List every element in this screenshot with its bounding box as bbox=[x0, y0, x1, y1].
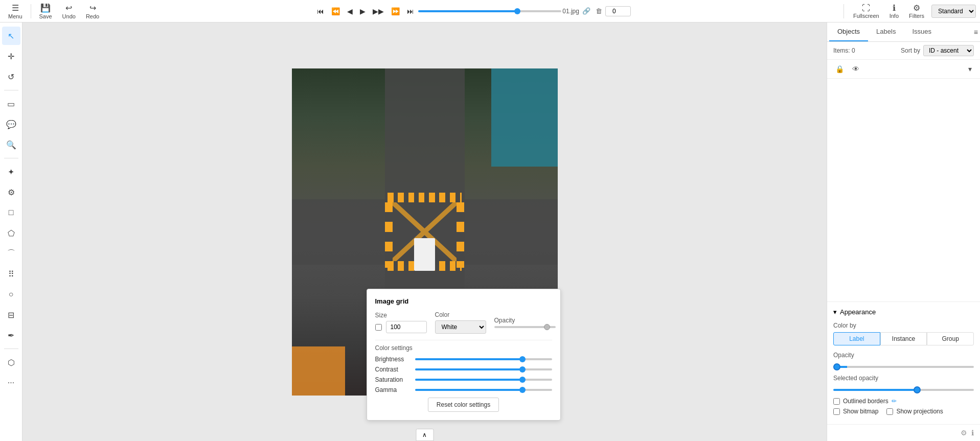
tab-labels[interactable]: Labels bbox=[868, 22, 904, 41]
size-checkbox[interactable] bbox=[375, 324, 382, 331]
color-by-label-btn[interactable]: Label bbox=[833, 332, 880, 345]
contrast-row: Contrast bbox=[375, 366, 552, 373]
menu-icon: ☰ bbox=[12, 3, 19, 13]
tool-separator-3 bbox=[4, 349, 18, 349]
pentagon-tool[interactable]: ⬠ bbox=[2, 224, 20, 242]
outlined-borders-checkbox[interactable] bbox=[833, 398, 840, 405]
appearance-header[interactable]: ▾ Appearance bbox=[833, 308, 974, 316]
brightness-slider[interactable] bbox=[415, 358, 552, 360]
redo-button[interactable]: ↪ Redo bbox=[82, 1, 103, 21]
opacity-range-slider[interactable] bbox=[833, 366, 974, 368]
fullscreen-label: Fullscreen bbox=[853, 13, 879, 19]
filters-label: Filters bbox=[909, 13, 924, 19]
tag-tool[interactable]: ⬡ bbox=[2, 353, 20, 372]
top-toolbar: ☰ Menu 💾 Save ↩ Undo ↪ Redo ⏮ ⏪ ◀ ▶ ▶▶ ⏩… bbox=[0, 0, 980, 22]
opacity-label: Opacity bbox=[494, 317, 556, 324]
prev-frame-button[interactable]: ◀ bbox=[344, 5, 356, 17]
image-grid-dialog: Image grid Size Color White Black Gray bbox=[367, 289, 561, 421]
info-label: Info bbox=[890, 13, 899, 19]
save-icon: 💾 bbox=[40, 3, 51, 13]
next-frame-button[interactable]: ▶▶ bbox=[370, 5, 387, 17]
move-tool[interactable]: ✛ bbox=[2, 47, 20, 65]
frame-input[interactable]: 0 bbox=[605, 6, 631, 16]
reset-color-settings-button[interactable]: Reset color settings bbox=[428, 398, 499, 412]
size-input[interactable] bbox=[386, 321, 427, 333]
undo-button[interactable]: ↩ Undo bbox=[58, 1, 80, 21]
edit-icon[interactable]: ✏ bbox=[892, 398, 897, 405]
menu-label: Menu bbox=[8, 13, 22, 19]
circle-tool[interactable]: ○ bbox=[2, 285, 20, 304]
panel-icons-row: 🔒 👁 ▾ bbox=[827, 60, 980, 79]
dots-tool[interactable]: ⠿ bbox=[2, 265, 20, 283]
bottom-collapse-button[interactable]: ∧ bbox=[416, 429, 434, 441]
sort-select[interactable]: ID - ascent ID - descent Name bbox=[923, 45, 974, 56]
nav-controls: ⏮ ⏪ ◀ ▶ ▶▶ ⏩ ⏭ 01.jpg 🔗 🗑 0 bbox=[105, 5, 839, 17]
tab-objects[interactable]: Objects bbox=[829, 22, 868, 41]
pen-tool[interactable]: ✒ bbox=[2, 326, 20, 344]
saturation-slider[interactable] bbox=[415, 379, 552, 381]
show-projections-checkbox[interactable] bbox=[886, 408, 893, 415]
lock-icon-button[interactable]: 🔒 bbox=[833, 63, 846, 75]
section-divider bbox=[375, 340, 552, 340]
nodes-tool[interactable]: ⚙ bbox=[2, 183, 20, 201]
gamma-label: Gamma bbox=[375, 386, 411, 393]
right-panel: Objects Labels Issues ≡ Items: 0 Sort by… bbox=[827, 22, 980, 441]
timeline-slider[interactable] bbox=[418, 10, 561, 12]
prev-fast-button[interactable]: ⏪ bbox=[328, 5, 343, 17]
color-label: Color bbox=[435, 311, 486, 318]
first-frame-button[interactable]: ⏮ bbox=[314, 5, 327, 17]
show-bitmap-checkbox[interactable] bbox=[833, 408, 840, 415]
play-button[interactable]: ▶ bbox=[357, 5, 369, 17]
last-frame-button[interactable]: ⏭ bbox=[404, 5, 417, 17]
expand-icon-button[interactable]: ▾ bbox=[966, 63, 974, 75]
info-icon: ℹ bbox=[893, 3, 896, 13]
panel-expand-icon[interactable]: ≡ bbox=[974, 22, 978, 41]
save-label: Save bbox=[39, 13, 52, 19]
dialog-title: Image grid bbox=[375, 297, 552, 305]
panel-info-icon[interactable]: ℹ bbox=[971, 429, 974, 437]
rectangle-tool[interactable]: ▭ bbox=[2, 95, 20, 113]
filename-label: 01.jpg bbox=[562, 8, 579, 15]
speech-tool[interactable]: 💬 bbox=[2, 115, 20, 133]
left-sidebar: ↖ ✛ ↺ ▭ 💬 🔍 ✦ ⚙ □ ⬠ ⌒ ⠿ ○ ⊟ ✒ ⬡ ··· bbox=[0, 22, 22, 441]
cursor-tool[interactable]: ↖ bbox=[2, 27, 20, 45]
layers-tool[interactable]: ⊟ bbox=[2, 306, 20, 324]
curve-tool[interactable]: ⌒ bbox=[2, 244, 20, 263]
color-by-instance-btn[interactable]: Instance bbox=[880, 332, 927, 345]
color-select[interactable]: White Black Gray bbox=[435, 320, 486, 334]
link-icon[interactable]: 🔗 bbox=[580, 6, 592, 16]
selected-opacity-slider[interactable] bbox=[833, 389, 974, 391]
more-tools[interactable]: ··· bbox=[2, 374, 20, 392]
show-bitmap-label: Show bitmap bbox=[843, 408, 878, 415]
dialog-controls-row: Size Color White Black Gray Opacity bbox=[375, 311, 552, 334]
brightness-label: Brightness bbox=[375, 356, 411, 363]
save-button[interactable]: 💾 Save bbox=[35, 1, 56, 21]
rotate-tool[interactable]: ↺ bbox=[2, 67, 20, 86]
opacity-slider[interactable] bbox=[494, 326, 556, 328]
redo-label: Redo bbox=[86, 13, 99, 19]
right-panel-tabs: Objects Labels Issues ≡ bbox=[827, 22, 980, 42]
standard-select[interactable]: Standard bbox=[931, 5, 976, 18]
gamma-slider[interactable] bbox=[415, 389, 552, 391]
wand-tool[interactable]: ✦ bbox=[2, 163, 20, 181]
rect2-tool[interactable]: □ bbox=[2, 203, 20, 222]
next-fast-button[interactable]: ⏩ bbox=[388, 5, 403, 17]
fullscreen-button[interactable]: ⛶ Fullscreen bbox=[850, 2, 882, 21]
show-projections-row: Show projections bbox=[886, 408, 943, 415]
opacity-label-panel: Opacity bbox=[833, 352, 974, 359]
panel-settings-icon[interactable]: ⚙ bbox=[961, 429, 967, 437]
info-button[interactable]: ℹ Info bbox=[886, 1, 902, 21]
contrast-slider[interactable] bbox=[415, 368, 552, 370]
fullscreen-icon: ⛶ bbox=[862, 4, 870, 13]
saturation-row: Saturation bbox=[375, 376, 552, 383]
filters-button[interactable]: ⚙ Filters bbox=[906, 1, 927, 21]
search-tool[interactable]: 🔍 bbox=[2, 135, 20, 154]
filters-icon: ⚙ bbox=[913, 3, 920, 13]
color-by-label: Color by bbox=[833, 322, 974, 329]
color-by-group-btn[interactable]: Group bbox=[927, 332, 974, 345]
menu-button[interactable]: ☰ Menu bbox=[4, 1, 27, 21]
color-by-buttons: Label Instance Group bbox=[833, 332, 974, 345]
trash-icon[interactable]: 🗑 bbox=[594, 6, 604, 16]
visible-icon-button[interactable]: 👁 bbox=[850, 63, 861, 75]
tab-issues[interactable]: Issues bbox=[904, 22, 940, 41]
